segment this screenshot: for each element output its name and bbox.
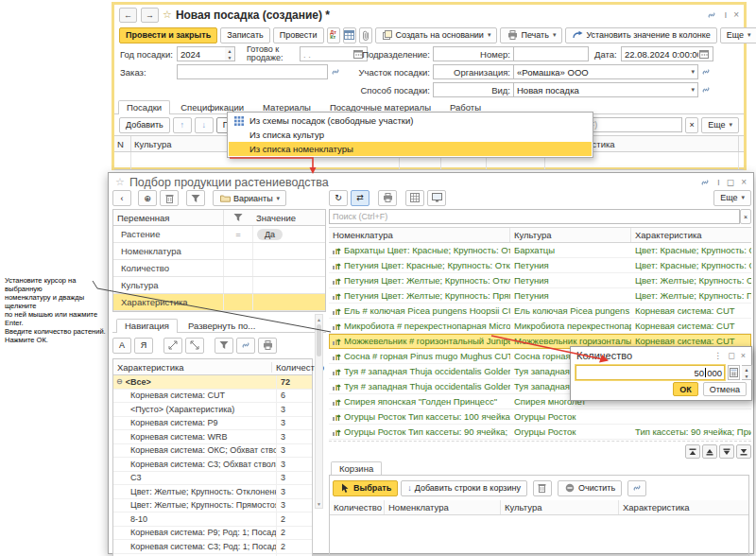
basket-column-header[interactable]: Культура [501,500,619,514]
get-link-icon[interactable] [699,177,711,188]
move-down-button[interactable]: ↓ [195,117,214,133]
parameter-row[interactable]: Характеристика [113,294,325,311]
basket-tab[interactable]: Корзина [331,461,382,476]
filter-button[interactable] [186,190,205,206]
char-col-quantity[interactable]: Количество [271,362,312,373]
nomenclature-column-header[interactable]: Культура [510,228,631,242]
menu-item-1[interactable]: Из схемы посадок (свободные участки) [229,113,592,128]
nomenclature-column-header[interactable]: Номенклатура [329,228,510,242]
more-button[interactable]: Еще▾ [713,190,751,206]
char-col-characteristic[interactable]: Характеристика [113,362,271,373]
more-button[interactable]: Еще▾ [720,27,756,43]
close-icon[interactable]: × [741,351,746,360]
clear-basket-button[interactable]: Очистить [558,480,622,496]
collapse-icon[interactable]: ı [724,9,727,20]
scroll-top-button[interactable] [685,444,700,459]
value-pill[interactable]: Да [257,229,283,240]
move-up-button[interactable]: ↑ [173,117,192,133]
toggle-characteristics-button[interactable]: ⇄ [351,190,369,206]
parameter-row[interactable]: Культура [113,277,325,294]
quantity-spinner[interactable]: ▲▼ [742,365,752,380]
basket-link-button[interactable] [627,480,646,496]
menu-dots-icon[interactable]: ⋮ [713,351,722,360]
scroll-bottom-button[interactable] [736,444,751,459]
view-mode-button[interactable] [427,190,446,206]
refresh-button[interactable]: ↻ [329,190,348,206]
characteristic-row[interactable]: 8-102 [113,513,312,527]
characteristic-row[interactable]: C33 [113,472,312,486]
open-link-icon[interactable] [700,64,712,79]
menu-item-3[interactable]: Из списка номенклатуры [229,142,592,156]
grid-column-header[interactable]: N [114,136,131,151]
print-button[interactable] [378,190,397,206]
nomenclature-search-input[interactable] [333,212,736,221]
collapse-all-button[interactable] [163,338,182,354]
characteristic-row[interactable]: Корневая система: ОКС; Обхват ствола:...… [113,444,312,459]
year-spinner[interactable]: ▲▼ [225,46,235,61]
characteristic-row[interactable]: Корневая система: CUT6 [113,390,312,404]
clear-search-icon[interactable]: × [685,117,698,133]
left-tab-1[interactable]: Навигация [116,319,178,333]
nomenclature-row[interactable]: Петуния Цвет: Желтые; Крупность: Отклоне… [329,273,751,288]
characteristic-row[interactable]: Корневая система: C3; Род: 1; Посадоч...… [113,540,312,554]
nomenclature-row[interactable]: Огурцы Росток Тип кассеты: 90 ячейка; Пр… [329,425,751,440]
basket-column-header[interactable]: Характеристика [619,500,748,514]
collapse-icon[interactable]: ı [717,177,720,187]
params-col-value[interactable]: Значение [252,213,296,223]
characteristic-row[interactable]: Цвет: Желтые; Крупность: Прямостоячие3 [113,499,312,513]
parameter-row[interactable]: Номенклатура [113,243,325,260]
clear-search-icon[interactable]: × [740,209,751,224]
select-button[interactable]: Выбрать [333,480,398,496]
nomenclature-row[interactable]: Микробиота # перекрестнопарная Microbiot… [329,319,751,334]
favorite-star-icon[interactable]: ☆ [115,176,125,188]
parameter-row[interactable]: Растение=Да [113,226,325,243]
back-button[interactable]: ‹ [112,190,131,206]
calculator-button[interactable] [728,365,740,380]
close-icon[interactable]: × [733,9,739,20]
attachments-button[interactable] [359,27,372,43]
parameter-row[interactable]: Количество [113,260,325,277]
report-structure-button[interactable] [343,27,356,43]
nomenclature-column-header[interactable]: Характеристика [631,228,751,242]
maximize-icon[interactable]: ◻ [728,351,734,360]
filter-button[interactable] [215,338,233,354]
calendar-icon[interactable] [698,48,710,60]
nomenclature-row[interactable]: Петуния Цвет: Красные; Крупность: Отклон… [329,258,751,273]
maximize-icon[interactable]: ◻ [727,177,734,187]
left-tab-2[interactable]: Развернуть по... [180,319,264,333]
delete-parameter-button[interactable] [160,190,179,206]
close-icon[interactable]: × [741,177,747,187]
expand-all-button[interactable] [185,338,204,354]
print-button[interactable] [258,338,277,354]
params-col-variable[interactable]: Переменная [113,210,224,225]
add-row-button[interactable]: Добавить [119,117,170,133]
favorite-star-icon[interactable]: ☆ [163,9,172,21]
scroll-pagedown-button[interactable] [719,444,734,459]
characteristic-row[interactable]: Корневая система: WRB3 [113,430,312,444]
tab-1[interactable]: Посадки [118,100,170,114]
get-link-icon[interactable] [706,9,717,21]
date-field[interactable]: 22.08.2024 0:00:00 [621,46,713,61]
nomenclature-row[interactable]: Огурцы Росток Тип кассеты: 100 ячейка; П… [329,409,751,425]
characteristic-row[interactable]: Цвет: Желтые; Крупность: Отклоненные3 [113,485,312,499]
add-rows-to-basket-button[interactable]: ↓Добавить строки в корзину [401,480,527,496]
set-column-value-button[interactable]: Установить значение в колонке [565,27,716,43]
quantity-input[interactable]: 50000 [576,365,725,380]
dtkt-button[interactable]: ДтКт [327,27,340,43]
nomenclature-row[interactable]: Бархатцы Цвет: Красные; Крупность: Откло… [329,243,751,258]
delete-basket-row-button[interactable] [533,480,552,496]
organization-combo[interactable]: «Ромашка» ООО▾ [513,64,698,79]
nomenclature-search[interactable] [329,209,740,224]
link-button[interactable] [236,338,255,354]
cancel-button[interactable]: Отмена [703,382,747,396]
post-and-close-button[interactable]: Провести и закрыть [119,27,217,43]
basket-column-header[interactable]: Номенклатура [385,500,501,514]
grid-more-button[interactable]: Еще▾ [701,117,739,133]
tree-expander-icon[interactable]: ⊖ [116,377,123,386]
open-link-icon[interactable] [700,82,712,97]
sort-asc-button[interactable]: А [112,338,131,354]
scroll-pageup-button[interactable] [702,444,717,459]
characteristic-row[interactable]: <Пусто> (Характеристика)3 [113,403,312,417]
create-based-on-button[interactable]: Создать на основании▾ [375,27,498,43]
ok-button[interactable]: ОК [673,382,698,396]
